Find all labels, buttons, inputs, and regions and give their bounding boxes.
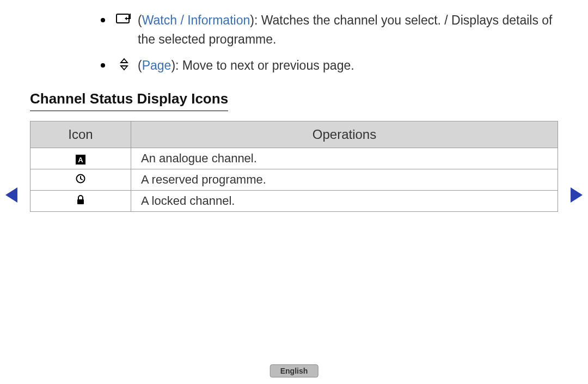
next-page-arrow[interactable] [571,187,583,203]
table-header-row: Icon Operations [30,121,558,148]
section-heading: Channel Status Display Icons [30,90,228,111]
cell-operation: A locked channel. [131,190,558,211]
section-heading-wrapper: Channel Status Display Icons [30,90,558,121]
bullet-text: (Watch / Information): Watches the chann… [138,11,558,48]
bullet-list: (Watch / Information): Watches the chann… [30,11,558,75]
table-row: A locked channel. [30,190,558,211]
watch-info-label: Watch / Information [142,13,250,27]
bullet-text: (Page): Move to next or previous page. [138,56,558,75]
icon-status-table: Icon Operations A An analogue channel. [30,121,558,212]
page-label: Page [142,58,171,72]
header-operations: Operations [131,121,558,148]
cell-icon [30,169,131,190]
clock-icon [76,173,85,186]
cell-operation: An analogue channel. [131,148,558,169]
header-icon: Icon [30,121,131,148]
triangle-right-icon [571,187,583,203]
bullet-item-page: (Page): Move to next or previous page. [101,56,558,75]
cell-operation: A reserved programme. [131,169,558,190]
enter-key-icon [116,13,132,25]
page-text: ): Move to next or previous page. [171,58,354,72]
bullet-item-watch: (Watch / Information): Watches the chann… [101,11,558,48]
analogue-a-icon: A [76,155,85,164]
svg-rect-2 [77,199,84,204]
page-content: (Watch / Information): Watches the chann… [0,0,588,212]
bullet-dot-icon [101,18,105,22]
table-row: A reserved programme. [30,169,558,190]
table-row: A An analogue channel. [30,148,558,169]
up-down-icon [116,58,132,71]
cell-icon [30,190,131,211]
bullet-dot-icon [101,63,105,68]
cell-icon: A [30,148,131,169]
triangle-left-icon [5,187,17,203]
prev-page-arrow[interactable] [5,187,17,203]
lock-icon [76,194,85,208]
language-badge: English [270,364,318,377]
